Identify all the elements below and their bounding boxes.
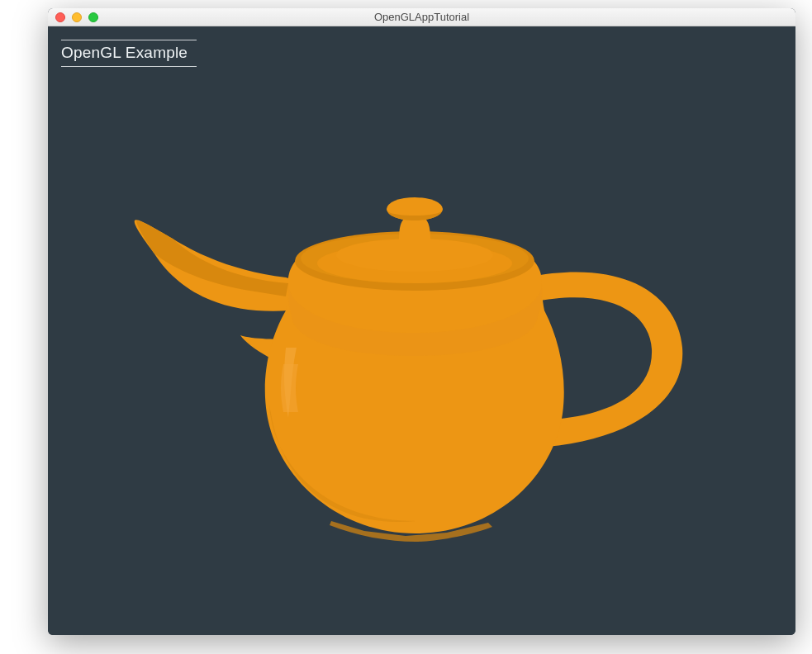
window-title: OpenGLAppTutorial [48,11,795,23]
panel-title: OpenGL Example [61,42,197,66]
close-button[interactable] [55,12,65,22]
minimize-button[interactable] [72,12,82,22]
divider [61,40,197,40]
svg-point-3 [336,239,493,272]
traffic-lights [48,12,98,22]
info-panel: OpenGL Example [56,36,202,72]
maximize-button[interactable] [88,12,98,22]
app-window: OpenGLAppTutorial [48,8,795,635]
teapot-icon [75,92,753,604]
opengl-viewport[interactable]: OpenGL Example [48,26,795,635]
titlebar[interactable]: OpenGLAppTutorial [48,8,795,26]
render-canvas [48,26,795,635]
divider [61,66,197,67]
